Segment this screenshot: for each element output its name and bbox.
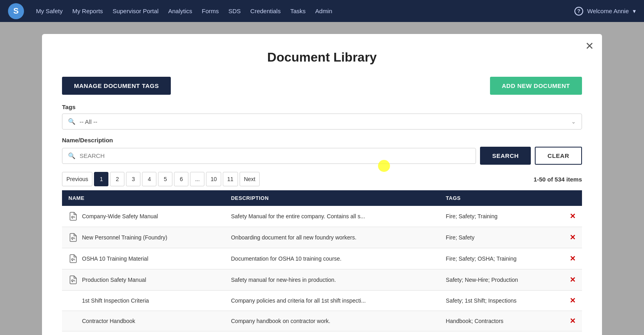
- navbar: S My Safety My Reports Supervisor Portal…: [0, 0, 644, 22]
- document-library-modal: ✕ Document Library MANAGE DOCUMENT TAGS …: [42, 34, 602, 335]
- documents-table: NAME DESCRIPTION TAGS Company-Wide Safet…: [62, 190, 582, 331]
- delete-document-button[interactable]: ✕: [570, 233, 576, 242]
- nav-right: ? Welcome Annie ▾: [574, 7, 636, 16]
- tags-chevron-icon: ⌄: [571, 118, 576, 125]
- doc-name-cell: Production Safety Manual: [62, 269, 224, 291]
- tags-dropdown[interactable]: 🔍 -- All -- ⌄: [62, 114, 582, 130]
- doc-name-cell: 1st Shift Inspection Criteria: [62, 291, 224, 311]
- doc-name-cell: Company-Wide Safety Manual: [62, 206, 224, 227]
- doc-description-cell: Safety Manual for the entire company. Co…: [224, 206, 439, 227]
- search-input-wrap: 🔍: [62, 148, 476, 164]
- search-row: 🔍 SEARCH CLEAR: [62, 147, 582, 165]
- nav-tasks[interactable]: Tasks: [290, 8, 306, 14]
- modal-title: Document Library: [62, 50, 582, 65]
- col-header-name: NAME: [62, 190, 224, 206]
- table-row: OSHA 10 Training MaterialDocumentation f…: [62, 248, 582, 269]
- previous-button[interactable]: Previous: [62, 172, 92, 186]
- nav-forms[interactable]: Forms: [202, 8, 219, 14]
- page-6-button[interactable]: 6: [174, 172, 188, 186]
- doc-tags-cell: Safety; New-Hire; Production: [440, 269, 563, 291]
- action-row: MANAGE DOCUMENT TAGS ADD NEW DOCUMENT: [62, 77, 582, 95]
- svg-point-1: [72, 237, 73, 239]
- doc-delete-cell: ✕: [563, 227, 582, 248]
- doc-description-cell: Safety manual for new-hires in productio…: [224, 269, 439, 291]
- page-11-button[interactable]: 11: [223, 172, 238, 186]
- svg-point-3: [72, 280, 73, 281]
- page-3-button[interactable]: 3: [126, 172, 140, 186]
- pagination: Previous 1 2 3 4 5 6 ... 10 11 Next: [62, 172, 260, 186]
- clear-button[interactable]: CLEAR: [535, 147, 582, 165]
- name-desc-label: Name/Description: [62, 137, 582, 144]
- app-logo: S: [8, 3, 24, 19]
- search-input[interactable]: [80, 152, 470, 159]
- doc-tags-cell: Fire; Safety; OSHA; Training: [440, 248, 563, 269]
- doc-tags-cell: Fire; Safety: [440, 227, 563, 248]
- doc-delete-cell: ✕: [563, 269, 582, 291]
- doc-tags-cell: Safety; 1st Shift; Inspections: [440, 291, 563, 311]
- user-chevron-icon[interactable]: ▾: [633, 8, 636, 15]
- svg-point-0: [72, 216, 73, 218]
- doc-name-cell: OSHA 10 Training Material: [62, 248, 224, 269]
- nav-admin[interactable]: Admin: [315, 8, 332, 14]
- page-2-button[interactable]: 2: [110, 172, 124, 186]
- doc-tags-cell: Fire; Safety; Training: [440, 206, 563, 227]
- doc-description-cell: Company policies and criteria for all 1s…: [224, 291, 439, 311]
- delete-document-button[interactable]: ✕: [570, 212, 576, 221]
- doc-description-cell: Onboarding document for all new foundry …: [224, 227, 439, 248]
- doc-delete-cell: ✕: [563, 206, 582, 227]
- nav-supervisor-portal[interactable]: Supervisor Portal: [112, 8, 158, 14]
- doc-delete-cell: ✕: [563, 248, 582, 269]
- doc-description-cell: Documentation for OSHA 10 training cours…: [224, 248, 439, 269]
- document-icon: [68, 211, 78, 221]
- doc-delete-cell: ✕: [563, 291, 582, 311]
- tags-search-icon: 🔍: [68, 118, 76, 125]
- page-4-button[interactable]: 4: [142, 172, 156, 186]
- doc-description-cell: Company handbook on contractor work.: [224, 311, 439, 331]
- welcome-text: Welcome Annie: [587, 8, 629, 14]
- nav-sds[interactable]: SDS: [228, 8, 241, 14]
- table-row: Production Safety ManualSafety manual fo…: [62, 269, 582, 291]
- delete-document-button[interactable]: ✕: [570, 296, 576, 305]
- add-new-document-button[interactable]: ADD NEW DOCUMENT: [490, 77, 582, 95]
- page-1-button[interactable]: 1: [94, 172, 108, 186]
- nav-credentials[interactable]: Credentials: [250, 8, 281, 14]
- help-icon[interactable]: ?: [574, 7, 583, 16]
- page-ellipsis: ...: [190, 172, 204, 186]
- modal-close-button[interactable]: ✕: [585, 40, 594, 52]
- next-button[interactable]: Next: [240, 172, 260, 186]
- nav-my-safety[interactable]: My Safety: [36, 8, 63, 14]
- doc-tags-cell: Handbook; Contractors: [440, 311, 563, 331]
- document-icon: [68, 254, 78, 263]
- items-count: 1-50 of 534 items: [534, 176, 582, 183]
- col-header-tags: TAGS: [440, 190, 563, 206]
- search-icon: 🔍: [68, 152, 76, 160]
- nav-my-reports[interactable]: My Reports: [72, 8, 103, 14]
- svg-point-2: [72, 259, 73, 260]
- manage-document-tags-button[interactable]: MANAGE DOCUMENT TAGS: [62, 77, 171, 95]
- nav-links: My Safety My Reports Supervisor Portal A…: [36, 8, 562, 14]
- doc-name-cell: Contractor Handbook: [62, 311, 224, 331]
- modal-overlay: ✕ Document Library MANAGE DOCUMENT TAGS …: [0, 22, 644, 335]
- search-button[interactable]: SEARCH: [480, 147, 530, 165]
- delete-document-button[interactable]: ✕: [570, 317, 576, 325]
- table-row: 1st Shift Inspection CriteriaCompany pol…: [62, 291, 582, 311]
- tags-label: Tags: [62, 104, 582, 110]
- delete-document-button[interactable]: ✕: [570, 254, 576, 263]
- doc-name-cell: New Personnel Training (Foundry): [62, 227, 224, 248]
- nav-analytics[interactable]: Analytics: [168, 8, 192, 14]
- page-10-button[interactable]: 10: [206, 172, 221, 186]
- document-icon: [68, 275, 78, 285]
- table-row: Contractor HandbookCompany handbook on c…: [62, 311, 582, 331]
- pagination-row: Previous 1 2 3 4 5 6 ... 10 11 Next 1-50…: [62, 172, 582, 186]
- tags-dropdown-value: -- All --: [80, 118, 571, 125]
- delete-document-button[interactable]: ✕: [570, 275, 576, 284]
- table-row: Company-Wide Safety ManualSafety Manual …: [62, 206, 582, 227]
- col-header-actions: [563, 190, 582, 206]
- page-5-button[interactable]: 5: [158, 172, 172, 186]
- document-icon: [68, 233, 78, 242]
- col-header-description: DESCRIPTION: [224, 190, 439, 206]
- table-row: New Personnel Training (Foundry)Onboardi…: [62, 227, 582, 248]
- doc-delete-cell: ✕: [563, 311, 582, 331]
